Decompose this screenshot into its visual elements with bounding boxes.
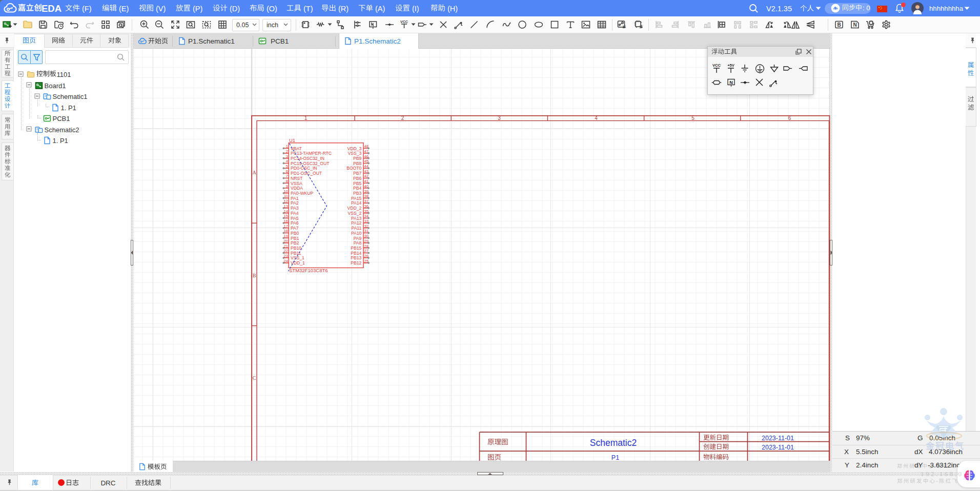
- svg-text:30: 30: [364, 234, 368, 238]
- svg-text:PC13-TAMPER-RTC: PC13-TAMPER-RTC: [291, 151, 332, 156]
- svg-text:PA8: PA8: [353, 240, 361, 246]
- svg-text:P1: P1: [611, 454, 619, 461]
- svg-text:34: 34: [364, 214, 368, 218]
- svg-text:B: B: [252, 273, 256, 278]
- svg-text:12: 12: [283, 199, 288, 203]
- svg-text:45: 45: [364, 159, 368, 163]
- svg-text:44: 44: [364, 164, 368, 169]
- svg-text:A: A: [252, 170, 256, 175]
- svg-text:PA14: PA14: [351, 200, 361, 206]
- svg-text:4: 4: [595, 115, 598, 121]
- svg-text:25: 25: [364, 259, 368, 263]
- svg-text:6: 6: [285, 169, 288, 174]
- svg-text:PB14: PB14: [351, 251, 361, 256]
- svg-text:41: 41: [364, 179, 368, 183]
- svg-text:43: 43: [364, 169, 368, 174]
- svg-text:1: 1: [285, 144, 288, 149]
- svg-text:10: 10: [283, 189, 288, 194]
- svg-text:VBAT: VBAT: [291, 146, 302, 151]
- svg-text:38: 38: [364, 194, 368, 198]
- svg-text:1: 1: [304, 115, 307, 121]
- svg-text:PB5: PB5: [353, 181, 361, 186]
- svg-text:35: 35: [364, 209, 368, 214]
- svg-text:VDD_2: VDD_2: [347, 206, 361, 211]
- svg-text:PB13: PB13: [351, 255, 361, 260]
- svg-text:PB11: PB11: [291, 251, 301, 256]
- svg-text:PA3: PA3: [291, 206, 299, 211]
- svg-text:46: 46: [364, 154, 368, 159]
- svg-text:PB4: PB4: [353, 186, 361, 191]
- svg-text:PA13: PA13: [351, 216, 361, 221]
- svg-text:VSS_2: VSS_2: [348, 211, 361, 216]
- svg-text:PA10: PA10: [351, 231, 361, 236]
- svg-text:2: 2: [401, 115, 404, 121]
- svg-text:1: 1: [622, 25, 625, 29]
- svg-text:26: 26: [364, 254, 368, 258]
- svg-text:PB12: PB12: [351, 260, 361, 265]
- svg-text:PA1: PA1: [291, 196, 299, 201]
- svg-text:PB8: PB8: [353, 161, 361, 166]
- svg-text:18: 18: [283, 229, 288, 233]
- svg-text:8: 8: [285, 179, 288, 183]
- svg-text:7: 7: [285, 174, 288, 178]
- svg-text:PA9: PA9: [353, 236, 361, 241]
- svg-text:PA7: PA7: [291, 226, 299, 231]
- svg-text:33: 33: [364, 219, 368, 223]
- svg-text:Schematic2: Schematic2: [589, 438, 636, 448]
- svg-text:PA12: PA12: [351, 220, 361, 226]
- svg-text:N: N: [853, 22, 856, 28]
- svg-text:27: 27: [364, 249, 368, 253]
- svg-text:32: 32: [364, 224, 368, 229]
- svg-text:3: 3: [285, 154, 288, 159]
- svg-text:PB1: PB1: [291, 236, 299, 241]
- svg-text:19: 19: [283, 234, 288, 238]
- svg-text:PD1-OSC_OUT: PD1-OSC_OUT: [291, 171, 322, 176]
- svg-text:PB2: PB2: [291, 240, 299, 246]
- svg-text:23: 23: [283, 254, 288, 258]
- svg-text:PB3: PB3: [353, 191, 361, 196]
- svg-text:PA0-WKUP: PA0-WKUP: [291, 191, 314, 196]
- svg-text:VSS_3: VSS_3: [348, 151, 361, 156]
- svg-text:14: 14: [283, 209, 288, 214]
- svg-text:2023-11-01: 2023-11-01: [761, 435, 793, 442]
- svg-text:24: 24: [283, 259, 288, 263]
- svg-text:36: 36: [364, 204, 368, 209]
- svg-text:13: 13: [283, 204, 288, 209]
- svg-text:29: 29: [364, 239, 368, 243]
- svg-text:15: 15: [283, 214, 288, 218]
- svg-text:B: B: [837, 22, 841, 28]
- svg-text:2: 2: [285, 149, 288, 154]
- svg-text:11: 11: [284, 194, 288, 198]
- svg-text:PB0: PB0: [291, 231, 299, 236]
- svg-text:PC14-OSC32_IN: PC14-OSC32_IN: [291, 156, 324, 161]
- svg-text:37: 37: [364, 199, 368, 203]
- svg-text:PA11: PA11: [351, 226, 361, 231]
- svg-text:47: 47: [364, 149, 368, 154]
- svg-text:42: 42: [364, 174, 368, 178]
- svg-text:6: 6: [788, 115, 791, 121]
- svg-text:PB15: PB15: [351, 246, 361, 251]
- svg-text:PA4: PA4: [291, 211, 299, 216]
- svg-text:VDDA: VDDA: [291, 186, 303, 191]
- svg-text:NRST: NRST: [291, 176, 303, 181]
- svg-text:C: C: [252, 375, 256, 381]
- svg-text:BOOT0: BOOT0: [346, 166, 361, 171]
- svg-text:+5V: +5V: [727, 63, 734, 68]
- svg-text:2023-11-01: 2023-11-01: [761, 444, 793, 451]
- svg-text:PA6: PA6: [291, 220, 299, 226]
- svg-text:16: 16: [283, 219, 288, 223]
- svg-text:VSSA: VSSA: [291, 181, 302, 186]
- svg-text:VCC: VCC: [712, 63, 721, 68]
- svg-text:PA5: PA5: [291, 216, 299, 221]
- svg-text:5: 5: [285, 164, 288, 169]
- svg-text:VCC: VCC: [400, 20, 408, 24]
- svg-text:9: 9: [285, 184, 288, 189]
- svg-text:STM32F103C8T6: STM32F103C8T6: [289, 268, 328, 273]
- svg-text:39: 39: [364, 189, 368, 194]
- svg-text:3: 3: [498, 115, 501, 121]
- svg-text:PA2: PA2: [291, 200, 299, 206]
- svg-text:PB6: PB6: [353, 176, 361, 181]
- svg-text:4: 4: [285, 159, 288, 163]
- svg-text:PB9: PB9: [353, 156, 361, 161]
- svg-text:5: 5: [691, 115, 695, 121]
